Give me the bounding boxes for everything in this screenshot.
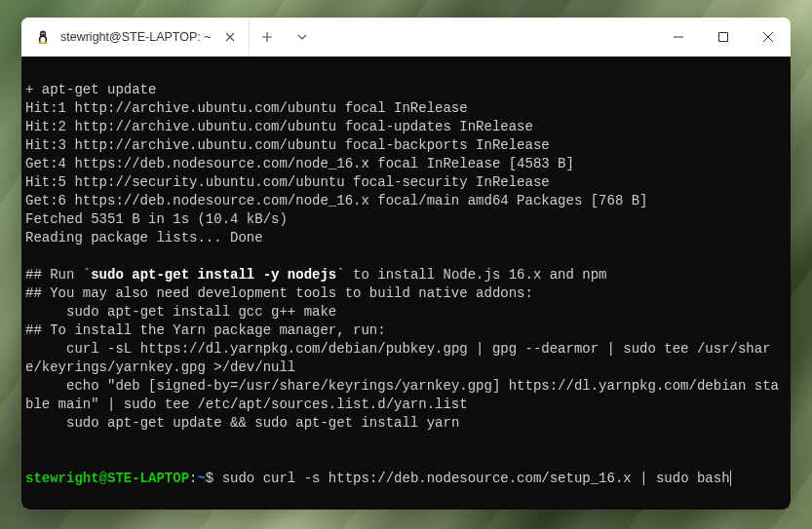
prompt-user-host: stewright@STE-LAPTOP — [25, 471, 189, 486]
terminal-line: sudo apt-get install gcc g++ make — [25, 304, 336, 320]
cursor — [730, 471, 731, 486]
terminal-line: ` to install Node.js 16.x and npm — [336, 267, 606, 283]
tux-icon — [35, 29, 51, 45]
titlebar: stewright@STE-LAPTOP: ~ — [21, 18, 791, 57]
window-controls — [656, 18, 791, 57]
prompt-dollar: $ — [206, 471, 222, 486]
terminal-line: Hit:5 http://security.ubuntu.com/ubuntu … — [25, 174, 550, 190]
tab-dropdown-button[interactable] — [285, 18, 320, 57]
maximize-button[interactable] — [701, 18, 746, 57]
terminal-line: Get:4 https://deb.nodesource.com/node_16… — [25, 156, 574, 171]
svg-point-5 — [42, 33, 43, 34]
svg-point-6 — [44, 33, 45, 34]
terminal-line: Fetched 5351 B in 1s (10.4 kB/s) — [25, 211, 288, 227]
terminal-line: + apt-get update — [25, 82, 156, 97]
terminal-line: Hit:1 http://archive.ubuntu.com/ubuntu f… — [25, 100, 468, 116]
terminal-line: ## You may also need development tools t… — [25, 285, 533, 301]
terminal-line: Reading package lists... Done — [25, 230, 263, 246]
prompt-command: sudo curl -s https://deb.nodesource.com/… — [222, 471, 730, 486]
svg-rect-9 — [719, 33, 728, 42]
minimize-button[interactable] — [656, 18, 701, 57]
terminal-line: Get:6 https://deb.nodesource.com/node_16… — [25, 193, 648, 208]
terminal-body[interactable]: + apt-get update Hit:1 http://archive.ub… — [21, 57, 791, 510]
terminal-bold: sudo apt-get install -y nodejs — [91, 267, 336, 283]
terminal-line: Hit:2 http://archive.ubuntu.com/ubuntu f… — [25, 119, 533, 134]
svg-point-7 — [38, 42, 42, 44]
tab-title: stewright@STE-LAPTOP: ~ — [60, 30, 212, 44]
new-tab-button[interactable] — [250, 18, 285, 57]
terminal-line: ## Run ` — [25, 267, 91, 283]
terminal-window: stewright@STE-LAPTOP: ~ + — [21, 18, 791, 510]
terminal-line: echo "deb [signed-by=/usr/share/keyrings… — [25, 378, 779, 412]
svg-point-2 — [40, 37, 45, 43]
svg-point-8 — [44, 42, 48, 44]
terminal-line: sudo apt-get update && sudo apt-get inst… — [25, 415, 459, 431]
terminal-line: ## To install the Yarn package manager, … — [25, 322, 386, 338]
close-button[interactable] — [746, 18, 791, 57]
titlebar-drag-area[interactable] — [320, 18, 656, 57]
terminal-line: Hit:3 http://archive.ubuntu.com/ubuntu f… — [25, 137, 550, 153]
prompt-path: ~ — [197, 471, 205, 486]
tab-active[interactable]: stewright@STE-LAPTOP: ~ — [21, 18, 250, 57]
tab-actions — [250, 18, 320, 57]
tab-close-button[interactable] — [221, 28, 239, 46]
terminal-line: curl -sL https://dl.yarnpkg.com/debian/p… — [25, 341, 771, 375]
